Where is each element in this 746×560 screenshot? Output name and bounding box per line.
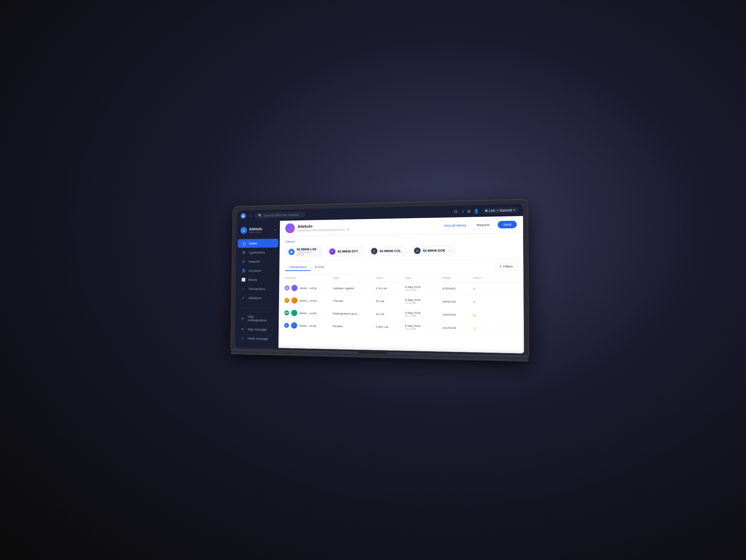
network-badge[interactable]: Lisk • Mainnet ▾	[482, 207, 518, 214]
tab-events[interactable]: Events	[311, 264, 329, 271]
sidebar-item-label: Sign multisignature	[248, 315, 273, 322]
table-row[interactable]: lskdsc...cw7yt Validator register 0.10 L…	[279, 282, 523, 295]
reclaim-tx-icon	[284, 323, 289, 328]
recipient-cell: lskdsc...cw7yt	[284, 310, 333, 317]
recipient-avatar	[291, 297, 298, 304]
sidebar-item-label: Validators	[248, 296, 261, 300]
sign-message-icon: ✏	[240, 327, 245, 331]
request-button[interactable]: Request	[471, 221, 495, 230]
filters-button[interactable]: ≡ Filters	[495, 263, 517, 270]
search-bar[interactable]: 🔍	[255, 212, 305, 218]
sidebar-item-transactions[interactable]: ↔ Transactions	[237, 284, 278, 293]
evt-token-info: 92.98846 EVT	[338, 250, 358, 253]
sidebar-item-accounts[interactable]: 👤 Accounts	[237, 266, 278, 275]
sidebar-divider	[239, 308, 275, 309]
token-card-col[interactable]: C 92.98846 COL	[368, 245, 408, 256]
tx-value: 20 Lsk	[376, 299, 405, 303]
tx-time-text: 10:12 AM	[405, 314, 443, 317]
validators-icon: ✓	[241, 296, 246, 300]
tx-type: Multisignature grou...	[333, 312, 376, 316]
doe-token-info: 92.98846 DOE	[423, 248, 445, 252]
chevron-down-icon: ▾	[514, 209, 515, 212]
col-header-date: Date	[405, 276, 442, 279]
search-input[interactable]	[264, 213, 302, 217]
tx-value: 0.10 Lsk	[376, 287, 405, 290]
recipient-name: lskdsc...cw7yt	[299, 324, 316, 328]
person-icon[interactable]: 👤	[474, 208, 479, 214]
wallet-address: lsk3ye28pec27bkuzbkirye5w4hk4pl7kxrhxyn	[298, 228, 345, 231]
copy-icon[interactable]: ⧉	[347, 227, 349, 231]
tx-date-text: 6 May 2019	[405, 285, 442, 289]
sidebar-item-label: Accounts	[248, 269, 261, 273]
doe-token-icon: D	[414, 247, 420, 254]
network-separator: •	[497, 209, 498, 212]
svg-point-5	[287, 312, 288, 314]
recipient-cell: lskdsc...cw7yt	[284, 322, 333, 329]
tx-date: 6 May 2019 10:12 AM	[405, 311, 443, 317]
table-row[interactable]: lskdsc...cw7yt Reclaim 2,000 Lsk 6 May 2…	[279, 319, 524, 336]
send-button[interactable]: Send	[498, 221, 517, 229]
screen-icon[interactable]: ⊡	[454, 209, 457, 214]
tx-date-text: 6 May 2019	[405, 298, 442, 302]
tab-transactions[interactable]: Transactions	[285, 264, 311, 271]
multisig-tx-icon	[284, 310, 289, 316]
network-status-dot	[485, 209, 487, 212]
network-type: Mainnet	[499, 208, 512, 212]
profile-name: Adekolo	[249, 227, 262, 231]
sidebar-item-label: Network	[248, 260, 259, 263]
forward-arrow[interactable]: ›	[251, 214, 252, 218]
svg-marker-3	[286, 287, 288, 289]
blocks-icon: ⬜	[241, 278, 246, 282]
network-name: Lisk	[489, 209, 495, 213]
sidebar-nav: ◫ Wallet ⊞ Applications ⊙ Network	[235, 238, 280, 306]
recipient-avatar	[291, 322, 297, 329]
transfer-tx-icon	[284, 298, 289, 303]
tx-type: Transfer	[333, 299, 376, 303]
tx-date-text: 6 May 2019	[405, 311, 443, 315]
sidebar-item-sign-message[interactable]: ✏ Sign message	[236, 325, 278, 334]
col-token-icon: C	[371, 248, 377, 254]
nav-arrows[interactable]: ‹ ›	[248, 214, 252, 218]
accounts-icon: 👤	[241, 269, 246, 273]
token-card-lsk[interactable]: 92.98846 LSK ~20125 USD 10 LSK	[285, 245, 323, 258]
sidebar-profile: A Adekolo lskfy...umpv ▾	[236, 224, 280, 238]
tx-time-text: 10:12 AM	[405, 328, 443, 331]
tx-time-text: 10:12 AM	[405, 302, 442, 305]
moon-icon[interactable]: ☽	[460, 209, 464, 214]
token-card-doe[interactable]: D 92.98846 DOE →	[410, 245, 455, 256]
grid-icon[interactable]: ⊞	[467, 209, 470, 214]
recipient-avatar	[291, 310, 297, 316]
sidebar-item-wallet[interactable]: ◫ Wallet	[237, 239, 278, 248]
sidebar-item-label: Sign message	[248, 327, 267, 331]
content-area: Adekolo lsk3ye28pec27bkuzbkirye5w4hk4pl7…	[278, 216, 524, 353]
profile-chevron-icon: ▾	[274, 228, 276, 232]
sidebar-item-blocks[interactable]: ⬜ Blocks	[237, 275, 278, 284]
table-header: Recipeint Type Value Date Height Status	[279, 274, 524, 282]
transactions-icon: ↔	[241, 287, 246, 291]
view-all-tokens-link[interactable]: View all tokens	[444, 223, 466, 227]
sidebar-item-applications[interactable]: ⊞ Applications	[237, 248, 278, 257]
sidebar-item-verify-message[interactable]: ✓ Verify message	[236, 334, 277, 343]
col-amount: 92.98846 COL	[380, 249, 401, 253]
action-buttons: Request Send	[471, 220, 517, 230]
wallet-avatar	[285, 223, 295, 233]
tx-type: Validator register	[333, 286, 376, 290]
token-card-evt[interactable]: Y 92.98846 EVT	[326, 246, 365, 257]
sidebar-item-network[interactable]: ⊙ Network	[237, 257, 278, 266]
sidebar-item-validators[interactable]: ✓ Validators	[237, 293, 278, 302]
back-arrow[interactable]: ‹	[248, 214, 250, 218]
sidebar-item-sign-multisig[interactable]: ✏ Sign multisignature	[236, 312, 278, 325]
tokens-row: 92.98846 LSK ~20125 USD 10 LSK Y	[285, 243, 517, 258]
tx-type: Reclaim	[333, 324, 376, 328]
tabs: Transactions Events	[285, 264, 329, 271]
sidebar: A Adekolo lskfy...umpv ▾	[235, 221, 280, 348]
status-check-icon: ✓	[473, 299, 496, 304]
doe-amount: 92.98846 DOE	[423, 248, 445, 252]
recipient-name: lskdsc...cw7yt	[299, 299, 317, 302]
filter-icon: ≡	[499, 265, 502, 268]
wallet-info: Adekolo lsk3ye28pec27bkuzbkirye5w4hk4pl7…	[298, 223, 349, 232]
lsk-token-info: 92.98846 LSK ~20125 USD 10 LSK	[297, 247, 317, 256]
recipient-name: lskdsc...cw7yt	[299, 312, 317, 315]
sidebar-item-label: Verify message	[247, 337, 268, 341]
col-header-status: Status	[473, 276, 496, 279]
